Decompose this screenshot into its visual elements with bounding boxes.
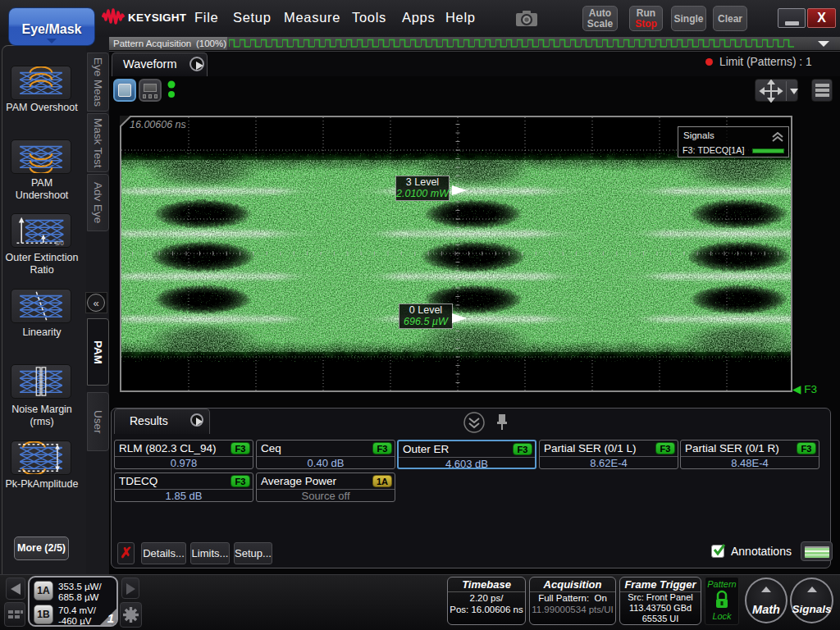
svg-text:3/0: 3/0 [55, 240, 64, 247]
